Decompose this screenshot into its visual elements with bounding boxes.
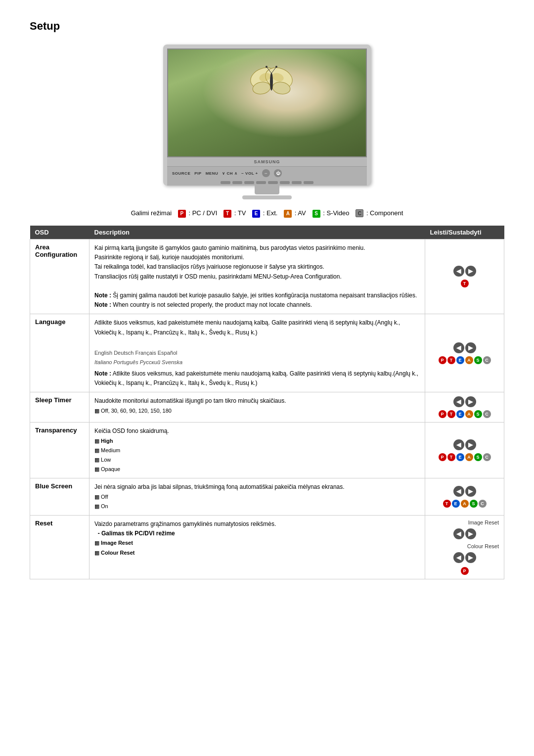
left-arrow-icon[interactable]: ◀ [453, 396, 464, 407]
osd-control-transparency: ◀ ▶ P T E A S C [425, 423, 504, 478]
left-arrow-icon[interactable]: ◀ [453, 552, 464, 563]
mode-c-icon: C [479, 500, 487, 508]
osd-desc-transparency: Keičia OSD fono skaidrumą. ▩ High ▩ Medi… [89, 423, 425, 478]
right-arrow-icon[interactable]: ▶ [465, 528, 476, 539]
mode-e-icon: E [456, 356, 464, 364]
badge-e: E [252, 210, 260, 218]
osd-desc-sleep: Naudokite monitoriui automatiškai išjung… [89, 392, 425, 423]
mode-t-icon: T [447, 453, 455, 461]
left-arrow-icon[interactable]: ◀ [453, 486, 464, 497]
right-arrow-icon[interactable]: ▶ [465, 439, 476, 450]
osd-control-bluescreen: ◀ ▶ T E A S C [425, 478, 504, 516]
table-row: Transparency Keičia OSD fono skaidrumą. … [30, 423, 504, 478]
mode-s-icon: S [474, 453, 482, 461]
modes-prefix: Galimi režimai [131, 209, 172, 217]
mode-t-icon: T [443, 500, 451, 508]
mode-c-icon: C [483, 410, 491, 418]
mode-c-icon: C [483, 356, 491, 364]
badge-t: T [223, 210, 231, 218]
osd-label-bluescreen: Blue Screen [30, 478, 89, 516]
monitor-buttons [167, 180, 367, 186]
col-header-description: Description [89, 226, 425, 239]
right-arrow-icon[interactable]: ▶ [465, 266, 476, 277]
mode-s-icon: S [470, 500, 478, 508]
mode-a-icon: A [461, 500, 469, 508]
osd-label-language: Language [30, 314, 89, 392]
osd-desc-reset: Vaizdo parametrams grąžinamos gamyklinės… [89, 515, 425, 579]
page-title: Setup [30, 20, 504, 33]
mode-t-icon: T [447, 410, 455, 418]
left-arrow-icon[interactable]: ◀ [453, 439, 464, 450]
mode-s-icon: S [474, 356, 482, 364]
monitor-brand: SAMSUNG [167, 157, 367, 166]
mode-a-icon: A [465, 356, 473, 364]
left-arrow-icon[interactable]: ◀ [453, 342, 464, 353]
table-row: Reset Vaizdo parametrams grąžinamos gamy… [30, 515, 504, 579]
right-arrow-icon[interactable]: ▶ [465, 342, 476, 353]
mode-e-icon: E [456, 453, 464, 461]
mode-p-icon: P [439, 356, 446, 364]
mode-e-icon: E [452, 500, 460, 508]
mode-a-icon: A [465, 410, 473, 418]
osd-table: OSD Description Leisti/Sustabdyti AreaCo… [30, 226, 504, 579]
mode-t-icon: T [447, 356, 455, 364]
badge-a: A [284, 210, 292, 218]
monitor-screen [167, 48, 367, 157]
mode-p-icon: P [461, 567, 469, 575]
col-header-control: Leisti/Sustabdyti [425, 226, 504, 239]
table-row: AreaConfiguration Kai pirmą kartą įjungs… [30, 239, 504, 314]
mode-t-icon: T [461, 280, 469, 287]
table-row: Language Atlikite šiuos veiksmus, kad pa… [30, 314, 504, 392]
osd-desc-language: Atlikite šiuos veiksmus, kad pakeistumėt… [89, 314, 425, 392]
col-header-osd: OSD [30, 226, 89, 239]
table-row: Blue Screen Jei nėra signalo arba jis la… [30, 478, 504, 516]
osd-label-sleep: Sleep Timer [30, 392, 89, 423]
badge-s: S [312, 210, 320, 218]
svg-point-9 [266, 66, 267, 68]
mode-p-icon: P [439, 410, 446, 418]
osd-label-reset: Reset [30, 515, 89, 579]
mode-a-icon: A [465, 453, 473, 461]
osd-label-area: AreaConfiguration [30, 239, 89, 314]
mode-e-icon: E [456, 410, 464, 418]
badge-p: P [178, 210, 186, 218]
right-arrow-icon[interactable]: ▶ [465, 486, 476, 497]
svg-point-6 [270, 73, 273, 91]
osd-control-language: ◀ ▶ P T E A S C [425, 314, 504, 392]
right-arrow-icon[interactable]: ▶ [465, 552, 476, 563]
monitor-illustration: SAMSUNG SOURCE PIP MENU ∨ CH ∧ − VOL + ↔… [30, 45, 504, 199]
modes-line: Galimi režimai P : PC / DVI T : TV E : E… [30, 209, 504, 218]
image-reset-label: Image Reset [430, 520, 499, 525]
colour-reset-label: Colour Reset [430, 543, 499, 549]
table-row: Sleep Timer Naudokite monitoriui automat… [30, 392, 504, 423]
mode-c-icon: C [483, 453, 491, 461]
osd-label-transparency: Transparency [30, 423, 89, 478]
osd-control-area: ◀ ▶ T [425, 239, 504, 314]
osd-control-reset: Image Reset ◀ ▶ Colour Reset ◀ ▶ P [425, 515, 504, 579]
badge-c: C [356, 209, 363, 217]
osd-control-sleep: ◀ ▶ P T E A S C [425, 392, 504, 423]
osd-desc-bluescreen: Jei nėra signalo arba jis labai silpnas,… [89, 478, 425, 516]
mode-s-icon: S [474, 410, 482, 418]
mode-p-icon: P [439, 453, 446, 461]
osd-desc-area: Kai pirmą kartą įjungsite iš gamyklos ga… [89, 239, 425, 314]
left-arrow-icon[interactable]: ◀ [453, 528, 464, 539]
svg-point-10 [275, 66, 277, 68]
monitor-controls: SOURCE PIP MENU ∨ CH ∧ − VOL + ↔ ⏻ [167, 166, 367, 180]
left-arrow-icon[interactable]: ◀ [453, 266, 464, 277]
right-arrow-icon[interactable]: ▶ [465, 396, 476, 407]
